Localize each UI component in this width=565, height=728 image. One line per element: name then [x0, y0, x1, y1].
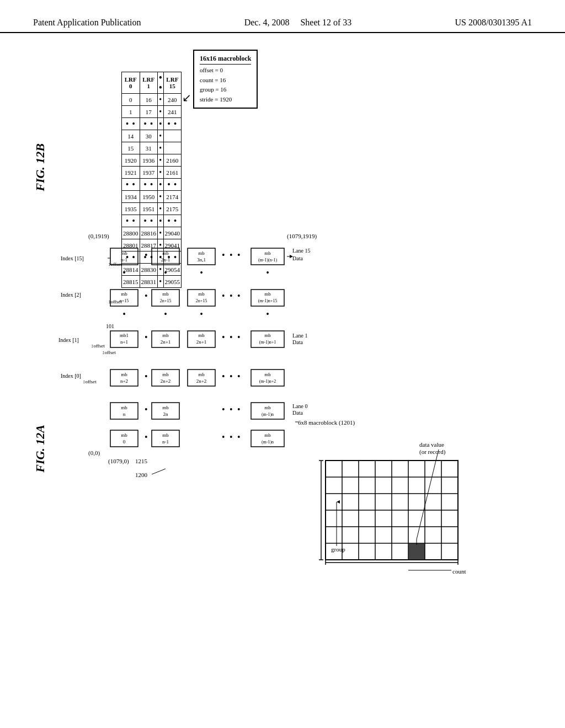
label-1200: 1200 [135, 472, 148, 478]
fig12b-section: FIG. 12B 16x16 macroblock offset = 0 cou… [33, 50, 532, 221]
coord-1079-0: (1079,0) [108, 458, 129, 465]
fig12b-label: FIG. 12B [33, 143, 47, 191]
mb-n-sub: n [123, 411, 126, 417]
mb-3n1-sub: 3n,1 [197, 257, 206, 263]
svg-rect-36 [441, 461, 458, 477]
dots-bot-4: • [237, 432, 241, 442]
data-value-label: data value [419, 441, 444, 448]
svg-rect-56 [375, 510, 392, 527]
svg-rect-74 [408, 543, 425, 560]
page-header: Patent Application Publication Dec. 4, 2… [0, 0, 565, 33]
coord-top-left: (0,1919) [88, 233, 109, 240]
table-row: 19211937•2161 [122, 167, 182, 179]
mb-2n15-sub: 2n+15 [160, 298, 172, 303]
group-label: group [331, 546, 345, 553]
mb-3n1b-sub: 2n+1 [196, 339, 207, 345]
mb-2n1-sub: 2n+1 [161, 339, 171, 345]
table-row: 1430• [122, 130, 182, 142]
svg-line-78 [417, 449, 439, 539]
svg-rect-42 [408, 477, 425, 494]
table-row-dots: • •• ••• • [122, 215, 182, 227]
dots-l1-2: • [222, 333, 225, 342]
dots-l0-4: • [237, 372, 241, 381]
mb-n-1-sub: n-1 [121, 257, 127, 263]
coord-top-right: (1079,1919) [287, 233, 317, 240]
table-row: 1531• [122, 142, 182, 154]
dots-l2-3: • [230, 291, 233, 301]
mb-m1n1b-sub: (m-1)n+1 [259, 340, 276, 345]
svg-rect-53 [326, 510, 342, 527]
lane15-data-sublabel: Data [292, 255, 303, 261]
mb-2n-sub: 2n [163, 411, 169, 417]
svg-rect-61 [326, 527, 342, 543]
dots-l0b-3: • [230, 405, 233, 414]
mb-2n-0: mb [162, 405, 169, 410]
dots-l1-3: • [230, 333, 233, 342]
dots-l0-3: • [230, 372, 233, 381]
svg-rect-71 [359, 543, 375, 560]
mb-m1n2-sub: (m-1)n+2 [259, 379, 276, 384]
publication-label: Patent Application Publication [33, 18, 141, 27]
mb-n-bot: mb [162, 432, 169, 438]
mb-m1n-0: mb [264, 405, 271, 410]
mb-2n2: mb [162, 372, 169, 377]
mb-3n15-sub: 2n+15 [196, 298, 207, 303]
index2-label: Index [2] [61, 292, 81, 298]
index1-label: Index [1] [58, 337, 79, 343]
label-1215: 1215 [135, 458, 148, 464]
mb-n15: mb [121, 291, 127, 297]
index0-label: Index [0] [61, 373, 81, 379]
mb-m1n1-sub: (m-1)(n-1) [258, 258, 278, 263]
svg-rect-59 [425, 510, 441, 527]
dots-row1-4: • [266, 268, 269, 277]
col-lrf0: LRF 0 [122, 72, 140, 94]
header-left: Patent Application Publication [33, 18, 141, 28]
dots-l1-4: • [237, 333, 241, 342]
sheet-label: Sheet 12 of 33 [300, 18, 351, 27]
table-row: 19351951•2175 [122, 203, 182, 215]
svg-rect-43 [425, 477, 441, 494]
svg-rect-54 [342, 510, 359, 527]
dots-row2-4: • [266, 309, 269, 319]
dots-row1-2: • [164, 268, 167, 277]
dots-row1-3: • [200, 268, 203, 277]
macroblock-info-box: 16x16 macroblock offset = 0 count = 16 g… [193, 50, 258, 109]
dots-row1-1: • [122, 268, 126, 277]
macroblock-offset: offset = 0 [200, 66, 251, 76]
table-header-row: LRF 0 LRF 1 • • LRF 15 [122, 72, 182, 94]
svg-rect-33 [392, 461, 408, 477]
mb-1-n1: mb1 [120, 333, 129, 338]
svg-line-24 [152, 469, 166, 474]
svg-rect-64 [375, 527, 392, 543]
table-row: 016•240 [122, 94, 182, 106]
offset-label0a: ↕offset [83, 379, 97, 384]
mb-m1n-bot: mb [264, 432, 271, 438]
mb-0-sub: 0 [123, 439, 126, 445]
table-row-dots: • •• ••• • [122, 118, 182, 130]
mb-3n1: mb [198, 250, 205, 256]
table-row: 19201936•2160 [122, 154, 182, 167]
mb-m1n-bot-sub: (m-1)n [262, 440, 274, 445]
lane0-data: Lane 0 [292, 403, 308, 409]
svg-rect-34 [408, 461, 425, 477]
col-lrf15: LRF 15 [163, 72, 182, 94]
dots-row2-1: • [122, 309, 126, 319]
svg-rect-76 [441, 543, 458, 560]
svg-rect-40 [375, 477, 392, 494]
dots-l0-1: • [145, 372, 148, 381]
mb-0: mb [121, 432, 127, 438]
svg-rect-29 [326, 461, 342, 477]
dots-lane15-1: • [145, 250, 148, 260]
dots-l0b-1: • [145, 405, 148, 414]
dots-bot-2: • [222, 432, 225, 442]
svg-rect-45 [326, 494, 342, 510]
dots-lane15-2: • [222, 250, 225, 260]
dots-lane15-4: • [237, 250, 241, 260]
mb-n2-sub: n+2 [120, 378, 128, 384]
svg-rect-41 [392, 477, 408, 494]
svg-rect-63 [359, 527, 375, 543]
svg-rect-31 [359, 461, 375, 477]
svg-rect-65 [392, 527, 408, 543]
dots-row2-3: • [200, 309, 203, 319]
table-row: 117•241 [122, 106, 182, 118]
